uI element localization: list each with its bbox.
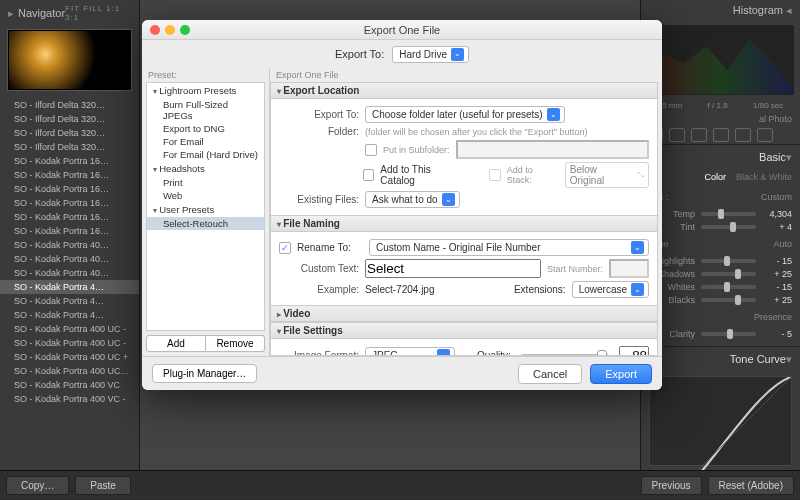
chevron-down-icon: ⌄ (442, 193, 455, 206)
put-subfolder-label: Put in Subfolder: (383, 145, 450, 155)
cl-slider[interactable]: Clarity- 5 (649, 329, 792, 339)
export-location-body: Export To: Choose folder later (useful f… (271, 99, 657, 215)
preset-row[interactable]: SO - Kodak Portra 16… (0, 196, 139, 210)
cancel-button[interactable]: Cancel (518, 364, 582, 384)
preset-item[interactable]: Burn Full-Sized JPEGs (147, 98, 264, 122)
preset-item[interactable]: Print (147, 176, 264, 189)
redeye-icon[interactable] (691, 128, 707, 142)
hi-slider[interactable]: Highlights- 15 (649, 256, 792, 266)
start-number-label: Start Number: (547, 264, 603, 274)
preset-row[interactable]: SO - Kodak Portra 16… (0, 210, 139, 224)
preset-row[interactable]: SO - Kodak Portra 40… (0, 252, 139, 266)
existing-files-select[interactable]: Ask what to do ⌄ (365, 191, 460, 208)
tool-icons (641, 126, 800, 144)
preset-row[interactable]: SO - Kodak Portra 16… (0, 224, 139, 238)
preset-group-user[interactable]: User Presets (147, 202, 264, 217)
treatment-toggle[interactable]: Color Black & White (641, 170, 800, 184)
preset-row[interactable]: SO - Kodak Portra 4… (0, 308, 139, 322)
basic-label: Basic (759, 151, 786, 164)
preset-row[interactable]: SO - Kodak Portra 4… (0, 280, 139, 294)
section-video[interactable]: Video (271, 305, 657, 322)
export-dialog: Export One File Export To: Hard Drive ⌄ … (142, 20, 662, 390)
preset-row[interactable]: SO - Kodak Portra 16… (0, 154, 139, 168)
preset-row[interactable]: SO - Ilford Delta 320… (0, 140, 139, 154)
wb-dropdown[interactable]: Custom (761, 192, 792, 202)
loc-export-to-select[interactable]: Choose folder later (useful for presets)… (365, 106, 565, 123)
preset-row[interactable]: SO - Kodak Portra 400 VC - (0, 392, 139, 406)
quality-field[interactable] (619, 346, 649, 356)
bl-slider[interactable]: Blacks+ 25 (649, 295, 792, 305)
basic-header[interactable]: Basic (641, 144, 800, 170)
preset-row[interactable]: SO - Kodak Portra 4… (0, 294, 139, 308)
preset-row[interactable]: SO - Kodak Portra 400 UC - (0, 336, 139, 350)
tonecurve-header[interactable]: Tone Curve (641, 346, 800, 372)
preset-item-selected[interactable]: Select-Retouch (147, 217, 264, 230)
dialog-title: Export One File (142, 24, 662, 36)
histogram-header[interactable]: Histogram (641, 0, 800, 21)
preset-row[interactable]: SO - Kodak Portra 40… (0, 266, 139, 280)
format-select[interactable]: JPEG ⌄ (365, 347, 455, 356)
preset-row[interactable]: SO - Kodak Portra 16… (0, 168, 139, 182)
navigator-zoom[interactable]: FIT FILL 1:1 3:1 (65, 4, 131, 22)
example-label: Example: (279, 284, 359, 295)
preset-tree[interactable]: Lightroom Presets Burn Full-Sized JPEGs … (146, 82, 265, 331)
preset-row[interactable]: SO - Kodak Portra 400 UC ++ (0, 364, 139, 378)
settings-sections: Export Location Export To: Choose folder… (270, 82, 658, 356)
preset-item[interactable]: Export to DNG (147, 122, 264, 135)
preset-item[interactable]: For Email (147, 135, 264, 148)
brush-icon[interactable] (757, 128, 773, 142)
rename-to-label: Rename To: (297, 242, 363, 253)
export-button[interactable]: Export (590, 364, 652, 384)
basic-sliders: WB :Custom Temp4,304 Tint+ 4 ToneAuto Hi… (641, 184, 800, 346)
spot-icon[interactable] (669, 128, 685, 142)
rename-checkbox[interactable] (279, 242, 291, 254)
tone-curve-graph[interactable] (649, 376, 792, 466)
wh-slider[interactable]: Whites- 15 (649, 282, 792, 292)
preset-item[interactable]: Web (147, 189, 264, 202)
reset-button[interactable]: Reset (Adobe) (708, 476, 794, 495)
chevron-down-icon: ⌄ (451, 48, 464, 61)
preset-item[interactable]: For Email (Hard Drive) (147, 148, 264, 161)
preset-row[interactable]: SO - Ilford Delta 320… (0, 112, 139, 126)
extensions-select[interactable]: Lowercase ⌄ (572, 281, 649, 298)
rename-template-select[interactable]: Custom Name - Original File Number ⌄ (369, 239, 649, 256)
treatment-color[interactable]: Color (704, 172, 726, 182)
preset-row[interactable]: SO - Kodak Portra 400 VC (0, 378, 139, 392)
treatment-bw[interactable]: Black & White (736, 172, 792, 182)
preset-group-headshots[interactable]: Headshots (147, 161, 264, 176)
dialog-footer: Plug-in Manager… Cancel Export (142, 356, 662, 390)
auto-button[interactable]: Auto (773, 239, 792, 249)
add-stack-checkbox (489, 169, 501, 181)
add-preset-button[interactable]: Add (146, 335, 206, 352)
preset-row[interactable]: SO - Kodak Portra 40… (0, 238, 139, 252)
add-catalog-checkbox[interactable] (363, 169, 375, 181)
sh-slider[interactable]: Shadows+ 25 (649, 269, 792, 279)
copy-button[interactable]: Copy… (6, 476, 69, 495)
titlebar[interactable]: Export One File (142, 20, 662, 40)
preset-row[interactable]: SO - Ilford Delta 320… (0, 98, 139, 112)
navigator-thumbnail[interactable] (8, 30, 131, 90)
section-file-naming[interactable]: File Naming (271, 215, 657, 232)
custom-text-field[interactable] (365, 259, 541, 278)
preset-row[interactable]: SO - Kodak Portra 16… (0, 182, 139, 196)
export-to-row: Export To: Hard Drive ⌄ (142, 40, 662, 68)
preset-group-lightroom[interactable]: Lightroom Presets (147, 83, 264, 98)
paste-button[interactable]: Paste (75, 476, 131, 495)
navigator-header[interactable]: Navigator FIT FILL 1:1 3:1 (0, 0, 139, 26)
plugin-manager-button[interactable]: Plug-in Manager… (152, 364, 257, 383)
tint-slider[interactable]: Tint+ 4 (649, 222, 792, 232)
temp-slider[interactable]: Temp4,304 (649, 209, 792, 219)
radial-icon[interactable] (735, 128, 751, 142)
previous-button[interactable]: Previous (641, 476, 702, 495)
export-to-select[interactable]: Hard Drive ⌄ (392, 46, 469, 63)
remove-preset-button[interactable]: Remove (206, 335, 265, 352)
preset-row[interactable]: SO - Kodak Portra 400 UC + (0, 350, 139, 364)
histogram[interactable] (647, 25, 794, 95)
preset-row[interactable]: SO - Kodak Portra 400 UC - (0, 322, 139, 336)
preset-list[interactable]: SO - Ilford Delta 320…SO - Ilford Delta … (0, 98, 139, 500)
preset-row[interactable]: SO - Ilford Delta 320… (0, 126, 139, 140)
put-subfolder-checkbox[interactable] (365, 144, 377, 156)
gradient-icon[interactable] (713, 128, 729, 142)
section-export-location[interactable]: Export Location (271, 83, 657, 99)
section-file-settings[interactable]: File Settings (271, 322, 657, 339)
